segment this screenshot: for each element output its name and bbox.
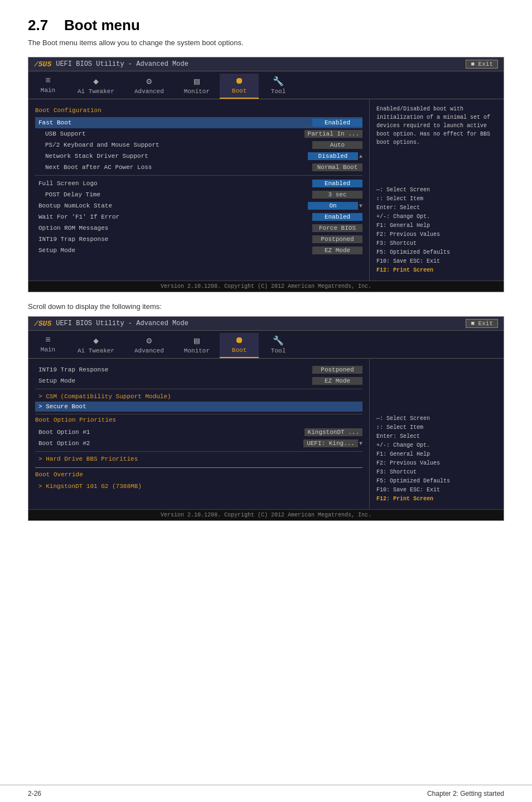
csm-label: > CSM (Compatibility Support Module) [35, 393, 362, 400]
post-delay-row[interactable]: POST Delay Time 3 sec [35, 189, 362, 200]
usb-support-value: Partial In ... [304, 130, 362, 138]
full-screen-logo-value: Enabled [312, 180, 362, 187]
exit-button[interactable]: ■ Exit [466, 60, 498, 69]
hard-drive-bbs-row[interactable]: > Hard Drive BBS Priorities [35, 454, 362, 464]
boot-icon-2: ⏺ [235, 335, 244, 346]
bios-titlebar-1: /SUS UEFI BIOS Utility - Advanced Mode ■… [28, 57, 504, 71]
nav-tool[interactable]: 🔧 Tool [259, 74, 298, 99]
scroll-indicator-1: ▲ [359, 153, 362, 160]
int19-label-2: INT19 Trap Response [35, 366, 312, 373]
asus-logo-2: /SUS [34, 320, 51, 328]
nav2-boot[interactable]: ⏺ Boot [220, 333, 259, 358]
main-icon: ≡ [45, 76, 51, 86]
setup-mode-row-2[interactable]: Setup Mode EZ Mode [35, 375, 362, 386]
fast-boot-label: Fast Boot [35, 119, 312, 126]
next-boot-row[interactable]: Next Boot after AC Power Loss Normal Boo… [35, 162, 362, 173]
network-stack-value: Disabled [308, 152, 358, 160]
usb-support-label: USB Support [35, 131, 304, 137]
fast-boot-value: Enabled [312, 119, 362, 127]
footer-chapter: Chapter 2: Getting started [427, 790, 504, 798]
page-heading: 2.7 Boot menu The Boot menu items allow … [28, 17, 504, 47]
main-icon-2: ≡ [45, 335, 51, 345]
divider-2b [35, 414, 362, 414]
nav-monitor[interactable]: ▤ Monitor [174, 74, 220, 99]
title-text: Boot menu [64, 17, 140, 33]
nav-main[interactable]: ≡ Main [28, 74, 67, 99]
setup-mode-label-2: Setup Mode [35, 378, 312, 384]
scroll-indicator-3: ▼ [359, 441, 362, 447]
page-title: 2.7 Boot menu [28, 17, 504, 34]
nav2-advanced[interactable]: ⚙ Advanced [124, 333, 174, 358]
post-delay-value: 3 sec [312, 191, 362, 199]
ps2-row[interactable]: PS/2 Keyboard and Mouse Support Auto [35, 139, 362, 151]
bios-nav-2: ≡ Main ◆ Ai Tweaker ⚙ Advanced ▤ Monitor… [28, 331, 504, 359]
advanced-icon-2: ⚙ [147, 335, 152, 346]
boot-option-2-value: UEFI: King... [303, 439, 358, 447]
bootup-numlock-row[interactable]: Bootup NumLock State On ▼ [35, 200, 362, 211]
bios-window-1: /SUS UEFI BIOS Utility - Advanced Mode ■… [28, 57, 504, 292]
setup-mode-row[interactable]: Setup Mode EZ Mode [35, 245, 362, 256]
option-rom-row[interactable]: Option ROM Messages Force BIOS [35, 223, 362, 234]
asus-logo: /SUS [34, 60, 51, 69]
wait-f1-value: Enabled [312, 213, 362, 221]
setup-mode-label: Setup Mode [35, 247, 312, 254]
page-subtitle: The Boot menu items allow you to change … [28, 38, 504, 47]
csm-row[interactable]: > CSM (Compatibility Support Module) [35, 392, 362, 402]
nav-boot[interactable]: ⏺ Boot [220, 74, 259, 99]
setup-mode-value: EZ Mode [312, 247, 362, 254]
bios-main-panel-1: Boot Configuration Fast Boot Enabled USB… [28, 99, 370, 281]
nav2-main[interactable]: ≡ Main [28, 333, 67, 358]
nav2-monitor[interactable]: ▤ Monitor [174, 333, 220, 358]
int19-value: Postponed [312, 235, 362, 243]
usb-support-row[interactable]: USB Support Partial In ... [35, 128, 362, 139]
nav-advanced[interactable]: ⚙ Advanced [124, 74, 174, 99]
boot-option-2-row[interactable]: Boot Option #2 UEFI: King... ▼ [35, 438, 362, 449]
full-screen-logo-label: Full Screen Logo [35, 180, 312, 187]
exit-button-2[interactable]: ■ Exit [466, 319, 498, 328]
bios-side-panel-1: Enabled/Disabled boot with initializatio… [370, 99, 504, 281]
boot-option-1-row[interactable]: Boot Option #1 KingstonDT ... [35, 427, 362, 438]
nav2-ai-tweaker[interactable]: ◆ Ai Tweaker [67, 333, 124, 358]
option-rom-label: Option ROM Messages [35, 225, 312, 231]
bootup-numlock-label: Bootup NumLock State [35, 202, 308, 209]
wait-f1-row[interactable]: Wait For 'F1' If Error Enabled [35, 211, 362, 223]
scroll-indicator-2: ▼ [359, 203, 362, 209]
bios-title-text: UEFI BIOS Utility - Advanced Mode [56, 60, 188, 68]
int19-label: INT19 Trap Response [35, 236, 312, 243]
kingston-override-label: > KingstonDT 101 G2 (7388MB) [35, 483, 362, 490]
tweaker-icon-2: ◆ [93, 335, 99, 346]
boot-config-header: Boot Configuration [35, 107, 362, 114]
int19-row-2[interactable]: INT19 Trap Response Postponed [35, 364, 362, 375]
tool-icon: 🔧 [273, 76, 284, 87]
secure-boot-label: > Secure Boot [35, 403, 362, 410]
ps2-value: Auto [312, 141, 362, 149]
option-rom-value: Force BIOS [312, 224, 362, 232]
post-delay-label: POST Delay Time [35, 191, 312, 198]
fast-boot-row[interactable]: Fast Boot Enabled [35, 117, 362, 128]
network-stack-row[interactable]: Network Stack Driver Support Disabled ▲ [35, 151, 362, 162]
bios-content-2: INT19 Trap Response Postponed Setup Mode… [28, 359, 504, 509]
bios-window-2: /SUS UEFI BIOS Utility - Advanced Mode ■… [28, 316, 504, 521]
network-stack-label: Network Stack Driver Support [35, 153, 308, 160]
bios-titlebar-2: /SUS UEFI BIOS Utility - Advanced Mode ■… [28, 317, 504, 331]
boot-option-1-value: KingstonDT ... [304, 428, 362, 436]
int19-value-2: Postponed [312, 366, 362, 374]
side-help-1: ↔: Select Screen ↕: Select Item Enter: S… [376, 186, 497, 275]
ps2-label: PS/2 Keyboard and Mouse Support [35, 142, 312, 148]
boot-option-1-label: Boot Option #1 [35, 429, 304, 436]
scroll-section-label: Scroll down to display the following ite… [28, 302, 504, 311]
nav-ai-tweaker[interactable]: ◆ Ai Tweaker [67, 74, 124, 99]
bios-title-text-2: UEFI BIOS Utility - Advanced Mode [56, 320, 188, 327]
int19-row[interactable]: INT19 Trap Response Postponed [35, 234, 362, 245]
boot-option-2-label: Boot Option #2 [35, 440, 303, 447]
nav2-tool[interactable]: 🔧 Tool [259, 333, 298, 358]
kingston-override-row[interactable]: > KingstonDT 101 G2 (7388MB) [35, 481, 362, 491]
divider-2c [35, 451, 362, 452]
full-screen-logo-row[interactable]: Full Screen Logo Enabled [35, 178, 362, 189]
monitor-icon: ▤ [194, 76, 200, 87]
section-number: 2.7 [28, 17, 48, 33]
secure-boot-row[interactable]: > Secure Boot [35, 402, 362, 412]
divider-1 [35, 175, 362, 176]
tool-icon-2: 🔧 [273, 335, 284, 346]
footer-page-number: 2-26 [28, 790, 41, 798]
